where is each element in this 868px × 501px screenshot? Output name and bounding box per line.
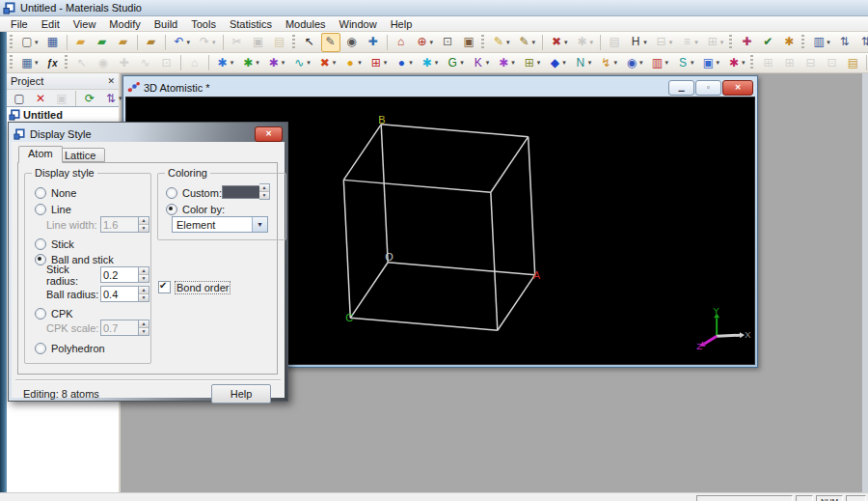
home-view-button[interactable]: ⌂ [392, 33, 411, 52]
module-mesocite-dropdown-icon[interactable]: ▾ [435, 59, 439, 67]
display-axes-button[interactable]: ⊞▾ [703, 33, 727, 52]
open-button[interactable]: ▰ [71, 33, 91, 52]
view-onto-button[interactable]: ⊕▾ [413, 33, 437, 52]
module-blends-button[interactable]: ✱▾ [724, 53, 748, 72]
translate-mode-button[interactable]: ✚ [364, 33, 383, 52]
open-from-server-button[interactable]: ▰ [93, 33, 112, 52]
cpk-scale-spinner[interactable]: ▲▼ [139, 320, 149, 336]
module-polymorph-button[interactable]: ▥▾ [647, 53, 671, 72]
menu-build[interactable]: Build [148, 17, 184, 31]
stick-radius-field[interactable]: 0.2 [100, 266, 139, 283]
module-kinetix-button[interactable]: K▾ [469, 53, 493, 72]
line-width-spinner[interactable]: ▲▼ [139, 216, 149, 233]
module-forcite-dropdown-icon[interactable]: ▾ [384, 59, 388, 67]
redo-button[interactable]: ↷▾ [195, 33, 219, 52]
line-width-field[interactable]: 1.6 [100, 216, 139, 233]
module-qsar-dropdown-icon[interactable]: ▾ [716, 59, 719, 67]
select-disabled-button[interactable]: ↖ [72, 53, 92, 72]
cpk-scale-field[interactable]: 0.7 [100, 320, 139, 336]
fit-view-button[interactable]: ⊡ [438, 33, 457, 52]
adjust-hydrogen-dropdown-icon[interactable]: ▾ [643, 39, 647, 46]
module-onetep-button[interactable]: ◉▾ [622, 53, 646, 72]
bond-order-checkbox[interactable]: Bond order [158, 281, 230, 293]
refresh-button[interactable]: ⟳ [80, 90, 99, 107]
zoom-mode-button[interactable]: ◉ [342, 33, 362, 52]
paste-button[interactable]: ▤ [270, 33, 289, 52]
module-vamp-button[interactable]: ↯▾ [596, 53, 620, 72]
table-dropdown-icon[interactable]: ▾ [35, 59, 39, 67]
save-button[interactable]: ▦ [43, 33, 63, 52]
bond-calculation-button[interactable]: ⊟▾ [652, 33, 676, 52]
sketch-fragment-dropdown-icon[interactable]: ▾ [532, 39, 536, 46]
edit-bonds-dropdown-icon[interactable]: ▾ [564, 39, 568, 46]
measure-button[interactable]: ✚ [737, 33, 756, 52]
module-sorption-dropdown-icon[interactable]: ▾ [562, 59, 566, 67]
menu-view[interactable]: View [67, 17, 103, 31]
new-project-item-button[interactable]: ▢ [10, 90, 29, 107]
module-discover-button[interactable]: ✖▾ [315, 53, 339, 72]
module-morphology-dropdown-icon[interactable]: ▾ [511, 59, 515, 67]
selection-mode-button[interactable]: ↖ [300, 33, 319, 52]
module-conformers-button[interactable]: ∿▾ [289, 53, 313, 72]
minimize-button[interactable]: ▁ [668, 80, 694, 96]
module-kinetix-dropdown-icon[interactable]: ▾ [486, 59, 490, 67]
dialog-close-button[interactable]: ✕ [255, 126, 283, 142]
module-reflex-dropdown-icon[interactable]: ▾ [537, 59, 541, 67]
adjust-hydrogen-button[interactable]: H▾ [626, 33, 650, 52]
function-button[interactable]: ƒx [43, 53, 62, 72]
sort-ascending-button[interactable]: ⇅ [835, 33, 854, 52]
radio-none[interactable]: None [35, 186, 76, 199]
module-qsar-button[interactable]: ▣▾ [698, 53, 722, 72]
3d-window-title-bar[interactable]: 3D Atomistic * ▁ ▫ ✕ [125, 78, 755, 97]
module-forcite-button[interactable]: ⊞▾ [366, 53, 391, 72]
module-gulp-button[interactable]: ●▾ [392, 53, 416, 72]
undo-dropdown-icon[interactable]: ▾ [187, 39, 191, 46]
sketch-fragment-button[interactable]: ✎▾ [515, 33, 539, 52]
insert-column-button[interactable]: ⊞ [779, 53, 799, 72]
stick-radius-spinner[interactable]: ▲▼ [139, 266, 149, 283]
menu-tools[interactable]: Tools [184, 17, 223, 31]
sort-descending-button[interactable]: ⇅ [856, 33, 868, 52]
menu-file[interactable]: File [4, 17, 35, 31]
module-build-button[interactable]: ✱▾ [238, 53, 262, 72]
display-lines-dropdown-icon[interactable]: ▾ [694, 39, 698, 46]
home-disabled-button[interactable]: ⌂ [185, 53, 204, 72]
view-onto-dropdown-icon[interactable]: ▾ [430, 39, 434, 46]
module-synthia-dropdown-icon[interactable]: ▾ [588, 59, 592, 67]
module-amorphous-button[interactable]: ✱▾ [213, 53, 237, 72]
module-dmol3-button[interactable]: ●▾ [340, 53, 365, 72]
import-button[interactable]: ▰ [114, 33, 133, 52]
tab-atom[interactable]: Atom [18, 146, 63, 163]
color-by-dropdown[interactable]: Element ▼ [172, 216, 268, 233]
sketch-atom-dropdown-icon[interactable]: ▾ [506, 39, 510, 46]
zoom-disabled-button[interactable]: ◉ [94, 53, 113, 72]
module-gaussian-dropdown-icon[interactable]: ▾ [460, 59, 464, 67]
module-mesocite-button[interactable]: ✱▾ [418, 53, 442, 72]
menu-modify[interactable]: Modify [102, 17, 147, 31]
module-vamp-dropdown-icon[interactable]: ▾ [613, 59, 617, 67]
save-bitmap-button[interactable]: ▣ [459, 33, 478, 52]
delete-item-button[interactable]: ✕ [31, 90, 50, 107]
module-morphology-button[interactable]: ✱▾ [494, 53, 518, 72]
module-polymorph-dropdown-icon[interactable]: ▾ [665, 59, 668, 67]
spin-disabled-button[interactable]: ∿ [136, 53, 155, 72]
export-button[interactable]: ▰ [142, 33, 161, 52]
check-structure-button[interactable]: ✔ [758, 33, 777, 52]
properties-button[interactable]: ▤ [843, 53, 862, 72]
sort-dropdown-icon[interactable]: ▾ [119, 95, 122, 102]
table-button[interactable]: ▦▾ [17, 53, 41, 72]
help-button[interactable]: Help [211, 384, 271, 404]
label-button[interactable]: ▤ [605, 33, 624, 52]
frame-disabled-button[interactable]: ⊡ [157, 53, 176, 72]
radio-polyhedron[interactable]: Polyhedron [35, 342, 105, 354]
menu-help[interactable]: Help [384, 17, 420, 31]
display-lines-button[interactable]: ≡▾ [677, 33, 701, 52]
undo-button[interactable]: ↶▾ [170, 33, 194, 52]
tab-lattice[interactable]: Lattice [55, 148, 105, 162]
chart-dropdown-icon[interactable]: ▾ [827, 39, 830, 46]
cut-button[interactable]: ✂ [228, 33, 247, 52]
module-amorphous-dropdown-icon[interactable]: ▾ [231, 59, 234, 67]
module-castep-dropdown-icon[interactable]: ▾ [282, 59, 285, 67]
adjust-fragment-dropdown-icon[interactable]: ▾ [590, 39, 594, 46]
module-gulp-dropdown-icon[interactable]: ▾ [409, 59, 413, 67]
